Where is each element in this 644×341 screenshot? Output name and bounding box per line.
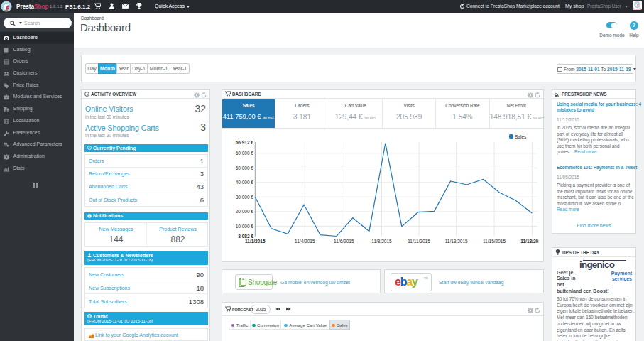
svg-text:3 082 €: 3 082 € xyxy=(238,234,253,239)
svg-text:11/8/2015: 11/8/2015 xyxy=(371,239,392,244)
svg-text:50 000 €: 50 000 € xyxy=(236,166,254,170)
svg-text:10 000 €: 10 000 € xyxy=(236,224,254,229)
svg-text:11/18/2015: 11/18/2015 xyxy=(520,239,539,244)
svg-text:20 000 €: 20 000 € xyxy=(236,209,254,214)
svg-text:11/6/2015: 11/6/2015 xyxy=(334,239,354,244)
svg-text:40 000 €: 40 000 € xyxy=(236,180,254,185)
svg-text:60 000 €: 60 000 € xyxy=(236,151,254,156)
svg-text:11/4/2015: 11/4/2015 xyxy=(295,239,315,244)
svg-text:11/13/2015: 11/13/2015 xyxy=(445,239,468,244)
svg-text:11/15/2015: 11/15/2015 xyxy=(483,239,506,244)
svg-text:11/1/2015: 11/1/2015 xyxy=(245,239,266,244)
svg-text:Sales: Sales xyxy=(515,134,527,139)
svg-text:11/11/2015: 11/11/2015 xyxy=(408,239,430,244)
svg-text:30 000 €: 30 000 € xyxy=(236,195,254,200)
svg-text:66 912 €: 66 912 € xyxy=(236,140,254,145)
